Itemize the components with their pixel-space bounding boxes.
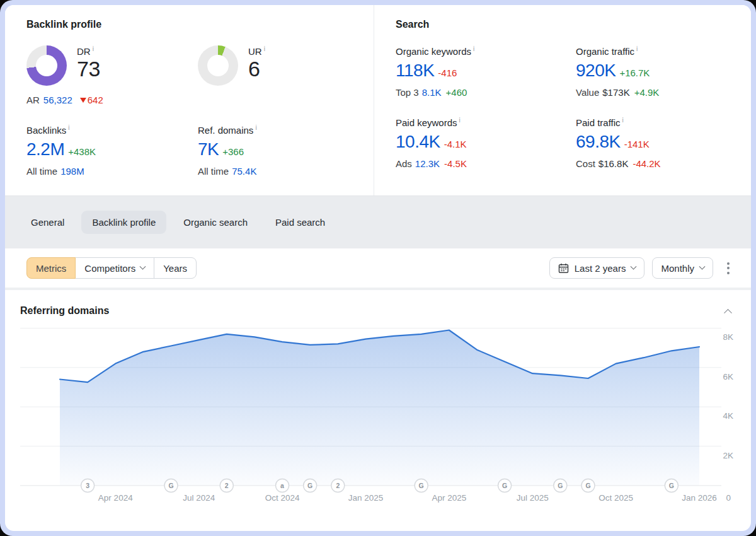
axis-event-marker-label: G — [669, 482, 674, 489]
backlink-profile-column: Backlink profile DRi 73 AR56,322642 — [5, 5, 374, 195]
report-tabs: General Backlink profile Organic search … — [5, 195, 751, 248]
paid-keywords-delta: -4.1K — [444, 139, 467, 149]
collapse-section-button[interactable] — [719, 303, 736, 319]
paid-traffic-label: Paid traffic — [576, 117, 621, 128]
axis-event-marker-label: G — [502, 482, 507, 489]
organic-traffic-value[interactable]: 920K — [576, 61, 616, 80]
chart-title: Referring domains — [20, 305, 109, 317]
backlinks-alltime-value[interactable]: 198M — [60, 166, 84, 177]
ads-value[interactable]: 12.3K — [415, 158, 440, 169]
backlinks-delta: +438K — [68, 146, 96, 157]
info-icon[interactable]: i — [255, 124, 256, 131]
search-title: Search — [396, 19, 751, 30]
ar-delta: 642 — [88, 95, 103, 105]
tab-general[interactable]: General — [20, 211, 75, 234]
site-overview-panel: Backlink profile DRi 73 AR56,322642 — [5, 5, 751, 531]
ur-value: 6 — [248, 58, 265, 81]
x-axis-label: Oct 2024 — [265, 493, 300, 503]
referring-domains-card: Referring domains 8K6K4K2KApr 2024Jul 20… — [5, 290, 751, 518]
y-axis-label: 6K — [723, 372, 733, 382]
metrics-button[interactable]: Metrics — [26, 257, 76, 279]
x-axis-label: Jul 2024 — [183, 493, 215, 503]
axis-event-marker-label: G — [419, 482, 424, 489]
axis-event-marker-label: 3 — [86, 482, 89, 489]
value-amount: $173K — [602, 87, 629, 98]
search-column: Search Organic keywordsi 118K-416 Top 38… — [374, 5, 751, 195]
cost-label: Cost — [576, 158, 595, 169]
axis-event-marker-label: G — [585, 482, 590, 489]
axis-event-marker-label: 2 — [225, 482, 229, 489]
calendar-icon — [558, 263, 569, 274]
value-label: Value — [576, 87, 599, 98]
tab-backlink-profile[interactable]: Backlink profile — [81, 211, 166, 234]
more-options-button[interactable] — [721, 257, 736, 279]
paid-keywords-label: Paid keywords — [396, 117, 457, 128]
info-icon[interactable]: i — [636, 45, 638, 52]
organic-keywords-value[interactable]: 118K — [396, 61, 434, 80]
years-button[interactable]: Years — [154, 257, 197, 279]
chevron-down-icon — [699, 263, 706, 269]
info-icon[interactable]: i — [473, 45, 474, 52]
paid-traffic-delta: -141K — [624, 139, 650, 149]
stats-section: Backlink profile DRi 73 AR56,322642 — [5, 5, 751, 195]
backlinks-label: Backlinks — [26, 125, 66, 136]
referring-domains-area — [60, 330, 699, 486]
tab-organic-search[interactable]: Organic search — [173, 211, 258, 234]
y-axis-label: 8K — [723, 332, 733, 342]
value-delta: +4.9K — [634, 87, 660, 98]
backlinks-sub-label: All time — [26, 166, 57, 177]
tab-paid-search[interactable]: Paid search — [265, 211, 336, 234]
paid-traffic-stat: Paid traffici 69.8K-141K Cost$16.8K-44.2… — [576, 117, 751, 169]
y-axis-label: 4K — [723, 411, 733, 421]
organic-keywords-label: Organic keywords — [396, 46, 471, 57]
axis-event-marker-label: G — [558, 482, 563, 489]
axis-event-marker-label: G — [168, 482, 173, 489]
axis-event-marker-label: 2 — [336, 482, 340, 489]
granularity-button[interactable]: Monthly — [652, 257, 713, 279]
info-icon[interactable]: i — [459, 117, 461, 124]
axis-event-marker-label: G — [307, 482, 312, 489]
x-axis-label: Apr 2025 — [432, 493, 466, 503]
dr-stat: DRi 73 AR56,322642 — [26, 45, 198, 105]
chart-toolbar: Metrics Competitors Years Last 2 years M… — [5, 248, 751, 288]
x-axis-label: Apr 2024 — [98, 493, 133, 503]
dr-donut — [26, 45, 67, 86]
y-axis-zero-label: 0 — [726, 493, 731, 503]
backlinks-value[interactable]: 2.2M — [26, 139, 64, 159]
ur-label: UR — [248, 46, 262, 57]
paid-traffic-value[interactable]: 69.8K — [576, 132, 621, 151]
backlink-profile-title: Backlink profile — [26, 19, 374, 30]
ur-stat: URi 6 — [198, 45, 374, 105]
organic-keywords-delta: -416 — [438, 67, 457, 78]
info-icon[interactable]: i — [622, 117, 624, 124]
ref-domains-delta: +366 — [222, 146, 244, 157]
top3-value[interactable]: 8.1K — [422, 87, 442, 98]
ref-domains-stat: Ref. domainsi 7K+366 All time75.4K — [198, 124, 374, 177]
ar-value[interactable]: 56,322 — [43, 95, 72, 105]
top3-label: Top 3 — [396, 87, 419, 98]
organic-traffic-stat: Organic traffici 920K+16.7K Value$173K+4… — [576, 45, 751, 98]
organic-keywords-stat: Organic keywordsi 118K-416 Top 38.1K+460 — [396, 45, 576, 98]
triangle-down-icon — [80, 98, 86, 103]
organic-traffic-label: Organic traffic — [576, 46, 634, 57]
competitors-button[interactable]: Competitors — [75, 257, 154, 279]
info-icon[interactable]: i — [93, 45, 94, 52]
x-axis-label: Oct 2025 — [598, 493, 633, 503]
ref-domains-value[interactable]: 7K — [198, 139, 219, 159]
ref-domains-alltime-value[interactable]: 75.4K — [232, 166, 256, 177]
backlinks-stat: Backlinksi 2.2M+438K All time198M — [26, 124, 198, 177]
organic-traffic-delta: +16.7K — [619, 67, 650, 78]
cost-delta: -44.2K — [633, 158, 660, 169]
ads-delta: -4.5K — [444, 158, 467, 169]
info-icon[interactable]: i — [68, 124, 69, 131]
paid-keywords-value[interactable]: 10.4K — [396, 132, 440, 151]
ur-donut — [198, 45, 238, 86]
chevron-up-icon — [724, 308, 732, 317]
chevron-down-icon — [140, 263, 146, 269]
info-icon[interactable]: i — [264, 45, 265, 52]
app-frame: Backlink profile DRi 73 AR56,322642 — [0, 0, 756, 536]
view-switcher: Metrics Competitors Years — [26, 257, 197, 279]
date-range-button[interactable]: Last 2 years — [549, 257, 645, 279]
y-axis-label: 2K — [723, 451, 733, 460]
ads-label: Ads — [396, 158, 412, 169]
